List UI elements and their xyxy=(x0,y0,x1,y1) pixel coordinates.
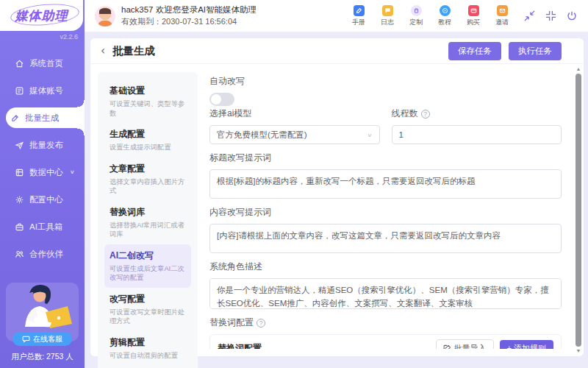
media-account-icon xyxy=(15,86,24,96)
chevron-down-icon: ∨ xyxy=(70,169,75,175)
app-window: 媒体助理 v2.2.6 系统首页 媒体账号 批量生成 批量发布 xyxy=(0,0,588,368)
step-article-config[interactable]: 文章配置 选择文章内容插入图片方式 xyxy=(104,158,191,201)
save-task-button[interactable]: 保存任务 xyxy=(448,42,501,60)
power-icon[interactable] xyxy=(566,10,578,22)
support-agent-illustration xyxy=(7,283,78,336)
buy-icon xyxy=(468,5,479,16)
sidebar-item-home[interactable]: 系统首页 xyxy=(10,53,85,74)
replace-config-label: 替换词配置 ? xyxy=(209,316,562,329)
threads-help-icon[interactable]: ? xyxy=(421,110,430,118)
online-service-label: 在线客服 xyxy=(33,334,62,344)
toggle-knob xyxy=(211,94,221,105)
page-title: 批量生成 xyxy=(112,44,155,58)
log-icon xyxy=(382,5,393,16)
sidebar-item-label: 媒体账号 xyxy=(29,85,63,96)
window-controls xyxy=(523,10,578,22)
compress-icon[interactable] xyxy=(545,10,557,22)
step-clip-config[interactable]: 剪辑配置 可设置自动混剪的配置 xyxy=(104,331,191,366)
quick-link-tutorial[interactable]: 教程 xyxy=(435,5,454,27)
sidebar-item-partners[interactable]: 合作伙伴 xyxy=(10,244,85,264)
sidebar-item-label: 批量发布 xyxy=(29,140,63,151)
replace-card-title: 替换词配置 xyxy=(218,342,262,349)
title-prompt-label: 标题改写提示词 xyxy=(209,152,562,164)
batch-publish-icon xyxy=(15,141,24,150)
invite-icon xyxy=(497,5,508,16)
data-center-icon xyxy=(15,168,24,177)
model-select-value: 官方免费模型(无需配置) xyxy=(217,130,307,141)
logo-swoosh xyxy=(9,1,79,27)
avatar[interactable] xyxy=(95,6,115,26)
sidebar-item-config-center[interactable]: 配置中心 xyxy=(10,189,85,210)
custom-icon xyxy=(411,5,422,16)
role-label: 系统角色描述 xyxy=(209,261,562,273)
step-generate-config[interactable]: 生成配置 设置生成提示词配置 xyxy=(104,123,191,158)
scrollbar-thumb[interactable] xyxy=(576,74,581,347)
step-rewrite-config[interactable]: 改写配置 可设置改写文章时图片处理方式 xyxy=(104,288,191,331)
quick-link-log[interactable]: 日志 xyxy=(378,5,397,27)
vertical-scrollbar[interactable]: ▲ ▼ xyxy=(575,66,582,354)
threads-label: 线程数 ? xyxy=(392,107,562,120)
content-prompt-label: 内容改写提示词 xyxy=(209,206,562,219)
add-rule-button[interactable]: + 添加规则 xyxy=(500,340,553,349)
sidebar-item-data-center[interactable]: 数据中心 ∨ xyxy=(10,162,85,183)
partners-icon xyxy=(15,250,24,259)
auto-rewrite-label: 自动改写 xyxy=(209,75,562,88)
back-button[interactable]: ‹ xyxy=(101,44,105,57)
logo: 媒体助理 xyxy=(0,0,83,31)
role-textarea[interactable]: 你是一个专业的营销达人，精通SEO（搜索引擎优化）、SEM（搜索引擎营销）专家，… xyxy=(209,278,562,309)
replace-config-card: 替换词配置 批量导入 + 添加规则 xyxy=(209,334,562,349)
page-header: ‹ 批量生成 保存任务 执行任务 xyxy=(90,38,584,64)
step-ai-rewrite[interactable]: AI二创改写 可设置生成后文章AI二次改写的配置 xyxy=(104,244,191,288)
main-card: ‹ 批量生成 保存任务 执行任务 基础设置 可设置关键词、类型等参数 生成配置 xyxy=(90,38,584,356)
quick-link-manual[interactable]: 手册 xyxy=(349,5,368,27)
sidebar-item-label: 配置中心 xyxy=(29,194,63,205)
threads-input[interactable] xyxy=(392,125,562,144)
step-basic-settings[interactable]: 基础设置 可设置关键词、类型等参数 xyxy=(104,79,191,123)
edit-square-icon xyxy=(443,344,451,349)
home-icon xyxy=(15,59,24,68)
top-header: hack357 欢迎您登录AI智能媒体助理 有效期到：2030-07-31 16… xyxy=(85,0,588,32)
quick-links: 手册 日志 定制 教程 xyxy=(349,5,512,27)
sidebar-item-label: 批量生成 xyxy=(25,113,59,124)
model-select[interactable]: 官方免费模型(无需配置) ∨ xyxy=(209,125,380,144)
quick-link-custom[interactable]: 定制 xyxy=(406,5,426,27)
sidebar-item-label: AI工具箱 xyxy=(29,222,62,233)
model-label: 选择ai模型 xyxy=(209,107,380,120)
tutorial-icon xyxy=(440,5,451,16)
sidebar-menu: 系统首页 媒体账号 批量生成 批量发布 数据中心 ∨ 配置中心 xyxy=(0,53,85,271)
sidebar-item-label: 数据中心 xyxy=(29,167,63,178)
total-users-text: 用户总数: 2753 人 xyxy=(0,352,85,362)
collapse-window-icon[interactable] xyxy=(523,10,536,22)
title-prompt-textarea[interactable]: 根据[标题]的标题内容，重新改写一个标题，只需要返回改写后的标题 xyxy=(209,169,562,199)
online-service-button[interactable]: 在线客服 xyxy=(12,332,72,346)
quick-link-invite[interactable]: 邀请 xyxy=(492,5,512,27)
sidebar-item-media-accounts[interactable]: 媒体账号 xyxy=(10,80,85,101)
replace-config-help-icon[interactable]: ? xyxy=(257,319,265,328)
sidebar-item-label: 系统首页 xyxy=(29,58,63,69)
batch-generate-icon xyxy=(10,113,20,123)
sidebar-item-batch-generate[interactable]: 批量生成 xyxy=(6,107,85,128)
quick-link-buy[interactable]: 购买 xyxy=(464,5,483,27)
rewrite-form: 自动改写 选择ai模型 官方免费模型(无需配置) ∨ xyxy=(198,72,572,349)
content-area: ‹ 批量生成 保存任务 执行任务 基础设置 可设置关键词、类型等参数 生成配置 xyxy=(85,32,588,368)
sidebar-item-ai-toolbox[interactable]: AI工具箱 xyxy=(10,216,85,237)
chat-icon xyxy=(22,335,30,343)
sidebar-item-label: 合作伙伴 xyxy=(29,249,63,260)
content-prompt-textarea[interactable]: [内容]请根据上面的文章内容，改写这篇文章，只需要返回改写后的文章内容 xyxy=(209,224,562,253)
scroll-down-arrow[interactable]: ▼ xyxy=(575,348,582,354)
auto-rewrite-toggle[interactable] xyxy=(209,93,234,106)
ai-toolbox-icon xyxy=(15,222,24,232)
manual-icon xyxy=(354,5,365,16)
validity-text: 有效期到：2030-07-31 16:56:04 xyxy=(121,16,257,28)
run-task-button[interactable]: 执行任务 xyxy=(509,42,562,60)
welcome-text: hack357 欢迎您登录AI智能媒体助理 xyxy=(121,4,257,16)
config-center-icon xyxy=(15,195,24,205)
scroll-up-arrow[interactable]: ▲ xyxy=(575,66,582,72)
batch-import-button[interactable]: 批量导入 xyxy=(436,339,494,349)
user-meta: hack357 欢迎您登录AI智能媒体助理 有效期到：2030-07-31 16… xyxy=(121,4,257,28)
step-nav: 基础设置 可设置关键词、类型等参数 生成配置 设置生成提示词配置 文章配置 选择… xyxy=(98,72,198,368)
sidebar-item-batch-publish[interactable]: 批量发布 xyxy=(10,135,85,155)
step-replace-thesaurus[interactable]: 替换词库 选择替换AI常用词汇或者词库 xyxy=(104,201,191,244)
sidebar: 媒体助理 v2.2.6 系统首页 媒体账号 批量生成 批量发布 xyxy=(0,0,85,368)
version-label: v2.2.6 xyxy=(60,33,78,40)
